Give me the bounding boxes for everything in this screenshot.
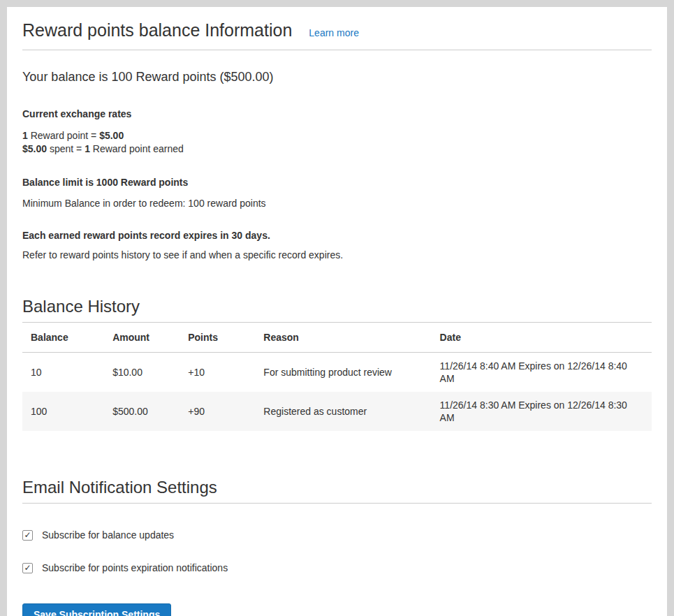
- cell-balance: 10: [22, 353, 104, 393]
- cell-reason: Registered as customer: [255, 392, 431, 431]
- redeem-rate-points: 1: [22, 130, 28, 141]
- cell-balance: 100: [22, 392, 104, 431]
- minimum-balance-text: Minimum Balance in order to redeem: 100 …: [22, 197, 652, 210]
- checkbox-label: Subscribe for points expiration notifica…: [42, 562, 228, 574]
- table-row: 100 $500.00 +90 Registered as customer 1…: [22, 392, 652, 431]
- earn-rate-line: $5.00 spent = 1 Reward point earned: [22, 142, 652, 156]
- reward-points-panel: Reward points balance Information Learn …: [7, 7, 667, 616]
- earn-rate-amount: $5.00: [22, 143, 47, 154]
- redeem-rate-separator: Reward point =: [28, 130, 99, 141]
- earn-rate-separator: spent =: [47, 143, 85, 154]
- table-header-row: Balance Amount Points Reason Date: [22, 323, 652, 353]
- balance-history-title: Balance History: [22, 296, 652, 323]
- column-header-points: Points: [180, 323, 255, 353]
- table-row: 10 $10.00 +10 For submitting product rev…: [22, 353, 652, 393]
- expiration-heading: Each earned reward points record expires…: [22, 229, 652, 242]
- save-subscription-settings-button[interactable]: Save Subscription Settings: [22, 603, 171, 616]
- redeem-rate-amount: $5.00: [99, 130, 124, 141]
- balance-history-table: Balance Amount Points Reason Date 10 $10…: [22, 323, 652, 431]
- earn-rate-points: 1: [85, 143, 90, 154]
- email-notification-settings-title: Email Notification Settings: [22, 477, 652, 504]
- redeem-rate-line: 1 Reward point = $5.00: [22, 129, 652, 142]
- page-title: Reward points balance Information: [22, 20, 292, 41]
- balance-message: Your balance is 100 Reward points ($500.…: [22, 69, 652, 85]
- earn-rate-suffix: Reward point earned: [90, 143, 184, 154]
- cell-amount: $500.00: [104, 392, 180, 431]
- cell-date: 11/26/14 8:40 AM Expires on 12/26/14 8:4…: [432, 353, 652, 393]
- cell-date: 11/26/14 8:30 AM Expires on 12/26/14 8:3…: [432, 392, 652, 431]
- email-notification-section: Email Notification Settings Subscribe fo…: [22, 477, 652, 616]
- cell-reason: For submitting product review: [255, 353, 431, 393]
- column-header-balance: Balance: [22, 323, 104, 353]
- balance-history-section: Balance History Balance Amount Points Re…: [22, 296, 652, 431]
- cell-points: +90: [180, 392, 255, 431]
- cell-amount: $10.00: [104, 353, 180, 393]
- learn-more-link[interactable]: Learn more: [309, 27, 359, 38]
- exchange-rates-heading: Current exchange rates: [22, 108, 652, 120]
- column-header-amount: Amount: [104, 323, 180, 353]
- page-header: Reward points balance Information Learn …: [22, 20, 652, 50]
- subscription-option-balance-updates[interactable]: Subscribe for balance updates: [22, 529, 652, 541]
- balance-limit-text: Balance limit is 1000 Reward points: [22, 176, 652, 189]
- column-header-reason: Reason: [255, 323, 431, 353]
- checkbox-label: Subscribe for balance updates: [42, 529, 174, 541]
- page-background: { "colors": { "accent": "#1979c3", "link…: [0, 0, 674, 616]
- subscription-option-expiration-notifications[interactable]: Subscribe for points expiration notifica…: [22, 562, 652, 574]
- cell-points: +10: [180, 353, 255, 393]
- expiration-note: Refer to reward points history to see if…: [22, 249, 652, 261]
- column-header-date: Date: [432, 323, 652, 353]
